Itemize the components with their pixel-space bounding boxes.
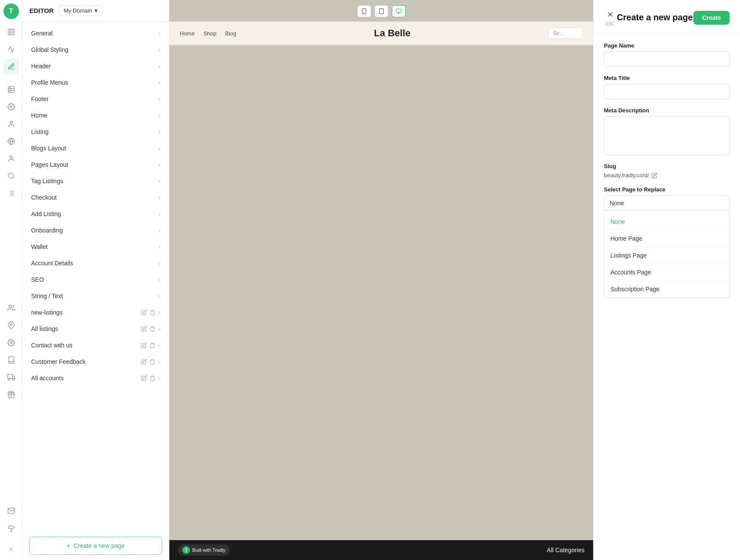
nav-item-seo[interactable]: SEO › [22, 271, 169, 288]
slug-edit-icon[interactable] [651, 172, 657, 178]
icon-bar-globe[interactable] [3, 134, 19, 149]
delete-icon[interactable] [149, 359, 156, 365]
nav-item-global-styling[interactable]: Global Styling › [22, 41, 169, 58]
preview-footer: T Built with Tradly All Categories [169, 540, 593, 560]
nav-item-listing[interactable]: Listing › [22, 124, 169, 140]
select-page-label: Select Page to Replace [604, 186, 730, 193]
delete-icon[interactable] [149, 375, 156, 381]
nav-item-checkout[interactable]: Checkout › [22, 189, 169, 206]
page-name-input[interactable] [604, 51, 730, 67]
chevron-right-icon: › [158, 161, 160, 168]
dropdown-item-subscription-page[interactable]: Subscription Page [604, 281, 729, 297]
edit-icon[interactable] [141, 309, 147, 315]
nav-item-wallet[interactable]: Wallet › [22, 239, 169, 255]
modal-close-button[interactable]: ✕ [604, 9, 616, 21]
svg-rect-1 [12, 29, 14, 31]
nav-item-onboarding[interactable]: Onboarding › [22, 222, 169, 239]
meta-title-label: Meta Title [604, 75, 730, 81]
nav-item-account-details[interactable]: Account Details › [22, 255, 169, 271]
delete-icon[interactable] [149, 326, 156, 332]
icon-bar-location[interactable] [3, 318, 19, 333]
icon-bar-analytics[interactable] [3, 41, 19, 57]
meta-description-input[interactable] [604, 116, 730, 155]
edit-icon[interactable] [141, 375, 147, 381]
nav-item-header[interactable]: Header › [22, 58, 169, 74]
chevron-right-icon: › [158, 128, 160, 135]
icon-bar-users[interactable] [3, 300, 19, 316]
chevron-right-icon: › [158, 46, 160, 53]
icon-bar-editor[interactable] [3, 59, 19, 74]
nav-item-footer[interactable]: Footer › [22, 91, 169, 107]
device-desktop-btn[interactable] [392, 5, 406, 17]
preview-logo: La Belle [374, 28, 410, 39]
nav-item-string-text[interactable]: String / Text › [22, 288, 169, 304]
chevron-right-icon: › [158, 309, 160, 316]
nav-item-customer-feedback[interactable]: Customer Feedback › [22, 353, 169, 370]
domain-selector[interactable]: My Domain ▾ [59, 5, 102, 16]
nav-item-add-listing[interactable]: Add Listing › [22, 206, 169, 222]
nav-item-contact-with-us[interactable]: Contact with us › [22, 337, 169, 353]
modal-create-button[interactable]: Create [693, 11, 730, 25]
icon-bar-user[interactable] [3, 116, 19, 132]
edit-icon[interactable] [141, 326, 147, 332]
create-new-page-button[interactable]: + Create a new page [29, 537, 162, 555]
delete-icon[interactable] [149, 309, 156, 315]
icon-bar-search[interactable] [3, 168, 19, 184]
nav-item-new-listings[interactable]: new-listings › [22, 304, 169, 321]
delete-icon[interactable] [149, 342, 156, 348]
plus-icon: + [67, 542, 70, 549]
icon-bar-mail[interactable] [3, 503, 19, 519]
preview-nav-links: Home Shop Blog [180, 30, 236, 37]
icon-bar-plug[interactable] [3, 520, 19, 536]
chevron-right-icon: › [158, 358, 160, 365]
icon-bar-dashboard[interactable] [3, 24, 19, 40]
icon-bar-list[interactable] [3, 185, 19, 201]
dropdown-item-listings-page[interactable]: Listings Page [604, 247, 729, 264]
dropdown-item-home-page[interactable]: Home Page [604, 230, 729, 247]
icon-bar-settings2[interactable] [3, 99, 19, 115]
preview-nav: Home Shop Blog La Belle Se... [169, 22, 593, 45]
nav-item-general[interactable]: General › [22, 25, 169, 41]
nav-item-blogs-layout[interactable]: Blogs Layout › [22, 140, 169, 156]
edit-icon[interactable] [141, 359, 147, 365]
chevron-right-icon: › [158, 95, 160, 102]
preview-toolbar [169, 0, 593, 22]
icon-bar-gift[interactable] [3, 387, 19, 402]
slug-section: Slug beauty.tradly.co/d/ [604, 163, 730, 178]
nav-item-home[interactable]: Home › [22, 107, 169, 124]
domain-label: My Domain [64, 7, 92, 14]
device-tablet-btn[interactable] [375, 5, 388, 17]
nav-item-pages-layout[interactable]: Pages Layout › [22, 156, 169, 173]
nav-item-all-accounts[interactable]: All accounts › [22, 370, 169, 386]
chevron-right-icon: › [158, 342, 160, 349]
svg-rect-36 [396, 9, 401, 13]
icon-bar-truck[interactable] [3, 369, 19, 385]
icon-bar-book[interactable] [3, 352, 19, 368]
nav-item-all-listings[interactable]: All listings › [22, 321, 169, 337]
nav-link-home: Home [180, 30, 195, 37]
svg-line-14 [13, 177, 14, 178]
icon-bar-table[interactable] [3, 82, 19, 97]
svg-point-12 [10, 156, 13, 158]
chevron-right-icon: › [158, 30, 160, 37]
edit-icon[interactable] [141, 342, 147, 348]
built-with-badge: T Built with Tradly [178, 544, 230, 556]
chevron-right-icon: › [158, 178, 160, 185]
svg-rect-2 [8, 33, 10, 35]
sidebar-collapse-btn[interactable]: « [3, 541, 19, 557]
icon-bar-gear[interactable] [3, 335, 19, 350]
app-logo[interactable]: T [3, 3, 19, 19]
device-mobile-btn[interactable] [357, 5, 371, 17]
nav-link-blog: Blog [225, 30, 236, 37]
dropdown-item-accounts-page[interactable]: Accounts Page [604, 264, 729, 281]
nav-item-profile-menus[interactable]: Profile Menus › [22, 74, 169, 91]
modal-body: Page Name Meta Title Meta Description Sl… [594, 34, 740, 306]
icon-bar-profile[interactable] [3, 151, 19, 166]
select-page-box[interactable]: None [604, 195, 730, 211]
meta-description-group: Meta Description [604, 107, 730, 155]
chevron-right-icon: › [158, 325, 160, 332]
dropdown-item-none[interactable]: None [604, 213, 729, 230]
nav-item-tag-listings[interactable]: Tag Listings › [22, 173, 169, 189]
select-page-section: Select Page to Replace None None Home Pa… [604, 186, 730, 298]
meta-title-input[interactable] [604, 84, 730, 99]
